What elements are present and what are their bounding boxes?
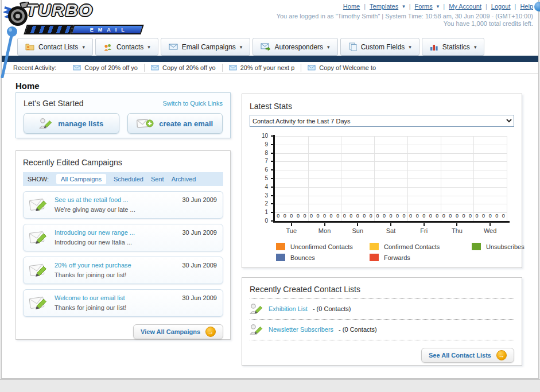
get-started-title: Let's Get Started [24, 99, 84, 108]
logo-wordmark: TURBO [26, 2, 94, 19]
contact-list-name-link[interactable]: Exhibition List [269, 305, 308, 312]
recently-created-contact-lists-panel: Recently Created Contact Lists Exhibitio… [242, 277, 522, 366]
chart-element: 0 [434, 213, 441, 219]
campaign-title-link[interactable]: Introducing our new range ... [55, 228, 135, 237]
chart-element: 0 [394, 213, 401, 219]
switch-quick-links-link[interactable]: Switch to Quick Links [162, 100, 223, 107]
chart-element: 7 [250, 158, 268, 164]
recent-activity-bar: Recent Activity: Copy of 20% off yo Copy… [2, 62, 538, 74]
stats-report-select[interactable]: Contact Activity for the Last 7 Days [250, 115, 514, 127]
chart-element: 1 [250, 209, 268, 215]
recent-activity-text[interactable]: Copy of 20% off yo [162, 64, 216, 71]
tab-contact-lists[interactable]: Contact Lists ▾ [17, 38, 93, 56]
chart-element: Mon [309, 227, 341, 234]
envelope-icon [308, 65, 316, 71]
chart-element: 0 [427, 213, 434, 219]
nav-separator: | [515, 3, 516, 10]
chart-element: 10 [250, 133, 268, 139]
campaigns-title: Recently Edited Campaigns [23, 158, 223, 167]
recent-activity-text[interactable]: Copy of Welcome to [319, 64, 376, 71]
nav-link-help[interactable]: Help [520, 3, 533, 10]
chart-element: 0 [480, 213, 487, 219]
nav-link-home[interactable]: Home [343, 3, 360, 10]
user-pencil-icon [39, 117, 53, 130]
create-email-label: create an email [159, 119, 213, 128]
nav-link-forms[interactable]: Forms [415, 3, 433, 10]
campaign-row[interactable]: Introducing our new range ... Introducin… [23, 224, 223, 251]
campaign-row[interactable]: Welcome to our email list Thanks for joi… [23, 289, 223, 317]
nav-separator: | [409, 3, 411, 10]
chart-element: 9 [250, 141, 268, 148]
envelope-pencil-icon [28, 230, 49, 246]
chart-element: 3 [250, 192, 268, 199]
chart-element: 0 [380, 213, 387, 219]
envelope-pencil-icon [28, 262, 49, 278]
arrow-circle-icon: → [205, 327, 216, 337]
filter-all-campaigns[interactable]: All Campaigns [56, 174, 106, 184]
contact-list-count: - (0 Contacts) [339, 326, 377, 333]
chart-element [324, 223, 325, 226]
contact-list-row[interactable]: Newsletter Subscribers - (0 Contacts) [250, 320, 514, 340]
login-info-text: You are logged in as "Timothy Smith" | S… [277, 13, 533, 20]
filter-scheduled[interactable]: Scheduled [114, 176, 143, 183]
campaign-subtitle: We're giving away our late ... [55, 206, 135, 213]
chart-element: 0 [401, 213, 407, 219]
manage-lists-button[interactable]: manage lists [24, 113, 119, 134]
campaign-row[interactable]: 20% off your next purchase Thanks for jo… [23, 257, 223, 284]
contact-list-count: - (0 Contacts) [313, 305, 351, 312]
recent-activity-text[interactable]: Copy of 20% off yo [84, 64, 138, 71]
campaign-title-link[interactable]: 20% off your next purchase [55, 261, 131, 270]
chart-element [275, 196, 507, 196]
tab-custom-fields[interactable]: Custom Fields ▾ [340, 38, 419, 56]
chevron-down-icon: ▾ [474, 44, 477, 50]
chart-element: 0 [250, 218, 268, 224]
tab-email-campaigns[interactable]: Email Campaigns ▾ [161, 38, 251, 56]
legend-item: Forwards [370, 254, 472, 261]
chart-element [275, 161, 507, 162]
envelope-icon [73, 65, 81, 71]
filter-sent[interactable]: Sent [151, 176, 164, 183]
legend-swatch-icon [276, 243, 285, 250]
contact-list-row[interactable]: Exhibition List - (0 Contacts) [250, 299, 514, 320]
campaign-row[interactable]: See us at the retail food ... We're givi… [23, 191, 223, 219]
see-all-contact-lists-button[interactable]: See All Contact Lists → [421, 348, 514, 363]
create-email-button[interactable]: create an email [127, 113, 223, 134]
recent-activity-item[interactable]: Copy of 20% off yo [144, 64, 222, 72]
users-icon [103, 43, 112, 51]
recent-activity-item[interactable]: 20% off your next p [222, 64, 301, 72]
tab-autoresponders[interactable]: Autoresponders ▾ [252, 38, 337, 56]
tab-statistics[interactable]: Statistics ▾ [422, 38, 485, 56]
chart-legend: Unconfirmed ContactsConfirmed ContactsUn… [276, 243, 514, 261]
chart-element: 0 [281, 213, 288, 219]
nav-link-templates[interactable]: Templates [370, 3, 398, 10]
recent-activity-text[interactable]: 20% off your next p [240, 64, 295, 71]
view-all-campaigns-button[interactable]: View All Campaigns → [133, 324, 223, 339]
notification-bubble-icon [534, 2, 540, 11]
chevron-down-icon: ▾ [409, 44, 411, 50]
chart-element: 0 [494, 213, 500, 219]
nav-separator: | [364, 3, 366, 10]
chart-element: 8 [250, 150, 268, 156]
campaign-title-link[interactable]: Welcome to our email list [55, 294, 126, 302]
manage-lists-label: manage lists [58, 119, 103, 128]
recent-activity-item[interactable]: Copy of 20% off yo [67, 64, 144, 72]
chart-element: Sat [375, 227, 407, 234]
legend-item: Confirmed Contacts [370, 243, 472, 250]
chart-element: 0 [407, 213, 414, 219]
chart-element: 0 [354, 213, 361, 219]
nav-link-logout[interactable]: Logout [491, 3, 511, 10]
campaign-title-link[interactable]: See us at the retail food ... [55, 196, 135, 204]
campaigns-filter-bar: SHOW: All Campaigns Scheduled Sent Archi… [23, 172, 223, 186]
filter-archived[interactable]: Archived [172, 176, 196, 183]
chart-element: 0 [487, 213, 494, 219]
top-utility-nav: Home| Templates▾| Forms▾| My Account| Lo… [343, 3, 533, 10]
chart-element: 4 [250, 184, 268, 190]
legend-label: Unconfirmed Contacts [290, 243, 353, 250]
tab-contacts[interactable]: Contacts ▾ [95, 38, 158, 56]
contact-list-name-link[interactable]: Newsletter Subscribers [269, 326, 333, 333]
chevron-down-icon: ▾ [402, 3, 405, 9]
chart-element: 0 [321, 213, 328, 219]
recent-activity-item[interactable]: Copy of Welcome to [301, 64, 382, 72]
chart-element: 0 [341, 213, 348, 219]
nav-link-my-account[interactable]: My Account [449, 3, 481, 10]
